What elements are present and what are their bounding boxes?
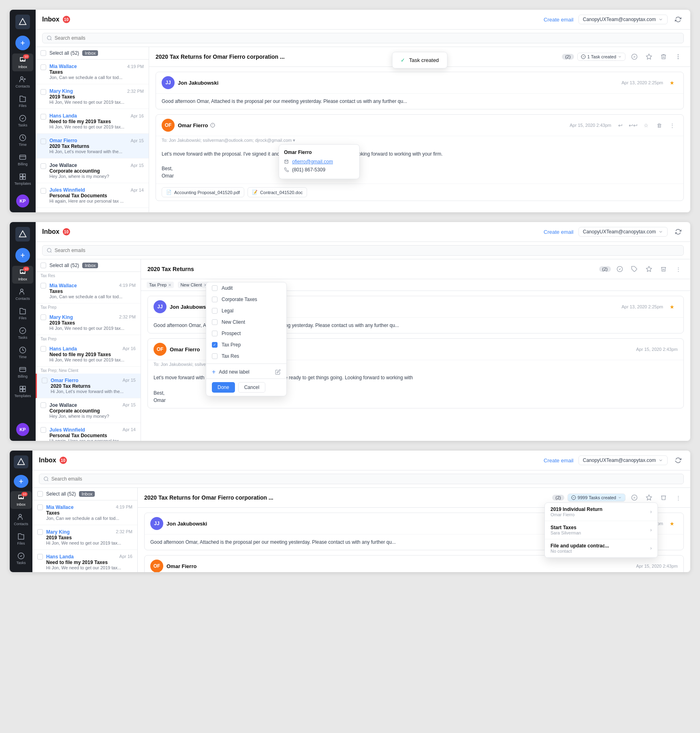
add-button[interactable] [15, 36, 30, 50]
more-message-2[interactable]: ⋮ [666, 120, 678, 131]
delete-button-2[interactable] [658, 263, 669, 275]
sidebar-item-billing-2[interactable]: Billing [12, 363, 33, 381]
sidebar-item-templates[interactable]: Templates [12, 170, 33, 188]
add-new-label[interactable]: + Add new label [206, 365, 286, 378]
star-button-2[interactable] [643, 263, 655, 275]
refresh-button[interactable] [672, 14, 684, 25]
search-input-wrap[interactable] [42, 33, 684, 43]
more-button[interactable] [672, 51, 684, 62]
star-button-3[interactable] [643, 492, 655, 503]
select-all-checkbox[interactable] [41, 50, 46, 56]
create-email-button-3[interactable]: Create email [544, 457, 574, 464]
sidebar-item-files-3[interactable]: Files [11, 530, 32, 548]
sidebar-item-tasks-2[interactable]: Tasks [12, 324, 33, 342]
user-avatar[interactable]: KP [16, 194, 29, 207]
sidebar-item-inbox-3[interactable]: 10 Inbox [11, 491, 32, 509]
sidebar-item-inbox-2[interactable]: 10 Inbox [12, 266, 33, 284]
star-message-1[interactable]: ★ [666, 77, 678, 88]
label-footer: Done Cancel [206, 378, 286, 396]
done-button[interactable]: Done [212, 382, 235, 393]
app-logo-2 [15, 227, 30, 241]
user-avatar-2[interactable]: KP [16, 423, 29, 436]
star-2a[interactable]: ★ [666, 301, 678, 312]
list-item[interactable]: Joe Wallace Apr 15 Corporate accounting … [36, 398, 141, 423]
more-button-2[interactable]: ⋮ [672, 263, 684, 275]
sidebar-item-contacts-2[interactable]: Contacts [12, 285, 33, 303]
check-button[interactable] [629, 51, 640, 62]
more-button-3[interactable]: ⋮ [672, 492, 684, 503]
email-item-4[interactable]: Joe Wallace Apr 15 Corporate accounting … [36, 158, 149, 183]
create-email-button[interactable]: Create email [544, 17, 574, 23]
sidebar-item-tasks-3[interactable]: Tasks [11, 549, 32, 567]
search-input-3[interactable] [51, 476, 679, 482]
add-button-2[interactable] [15, 248, 30, 263]
label-item-audit[interactable]: Audit [206, 282, 286, 294]
email-account-selector-2[interactable]: CanopyUXTeam@canopytax.com [578, 227, 668, 237]
sidebar-item-billing[interactable]: Billing [12, 151, 33, 169]
email-account-selector[interactable]: CanopyUXTeam@canopytax.com [578, 15, 668, 24]
reply-icon[interactable]: ↩ [615, 120, 626, 131]
contact-email[interactable]: ofierro@gmail.com [284, 158, 354, 166]
inbox-folder-badge[interactable]: Inbox [82, 50, 98, 56]
sidebar-item-files-2[interactable]: Files [12, 305, 33, 323]
email-from-0: Mia Wallace [49, 64, 77, 69]
task-item-2[interactable]: File and update contrac... No contact › [545, 539, 657, 558]
list-item[interactable]: Mia Wallace 4:19 PM Taxes Jon, Can we sc… [36, 279, 141, 303]
email-subject-title: 2020 Tax Returns for Omar Fierro corpora… [156, 53, 559, 60]
label-item-corp-taxes[interactable]: Corporate Taxes [206, 294, 286, 305]
list-item[interactable]: Mary King 2:32 PM 2019 Taxes Hi Jon, We … [36, 310, 141, 335]
attachment-doc[interactable]: 📝 Contract_041520.doc [248, 187, 307, 197]
attachment-pdf[interactable]: 📄 Accounting Proposal_041520.pdf [162, 187, 244, 197]
list-item[interactable]: Mary King 2:32 PM 2019 Taxes Hi Jon, We … [32, 525, 137, 550]
delete-button-3[interactable] [658, 492, 669, 503]
sidebar-item-files[interactable]: Files [12, 92, 33, 110]
sidebar-item-tasks[interactable]: Tasks [12, 112, 33, 130]
star-message-2[interactable]: ☆ [640, 120, 652, 131]
star-button[interactable] [643, 51, 655, 62]
svg-marker-49 [646, 495, 651, 500]
email-account-selector-3[interactable]: CanopyUXTeam@canopytax.com [578, 455, 668, 465]
remove-tag-tax-prep[interactable]: ✕ [168, 283, 171, 287]
content-area-3: Select all (52) Inbox Mia Wallace 4:19 P… [32, 488, 690, 572]
label-button-2[interactable] [629, 263, 640, 275]
sidebar-item-time-2[interactable]: Time [12, 344, 33, 361]
star-3a[interactable]: ★ [666, 518, 678, 529]
email-item-3[interactable]: Omar Fierro Apr 15 2020 Tax Returns Hi J… [36, 134, 149, 158]
delete-button[interactable] [658, 51, 669, 62]
list-item[interactable]: Hans Landa Apr 16 Need to file my 2019 T… [32, 550, 137, 572]
label-item-prospect[interactable]: Prospect [206, 328, 286, 339]
email-item-0[interactable]: Mia Wallace 4:19 PM Taxes Jon, Can we sc… [36, 60, 149, 84]
refresh-button-3[interactable] [672, 455, 684, 466]
list-item[interactable]: Mia Wallace 4:19 PM Taxes Jon, Can we sc… [32, 500, 137, 525]
label-item-tax-res[interactable]: Tax Res [206, 350, 286, 362]
list-item[interactable]: Jules Winnfield Apr 14 Personal Tax Docu… [36, 423, 141, 441]
sidebar-item-templates-2[interactable]: Templates [12, 383, 33, 400]
email-item-1[interactable]: Mary King 2:32 PM 2019 Taxes Hi Jon, We … [36, 84, 149, 109]
search-input[interactable] [55, 35, 679, 41]
task-count-badge[interactable]: 1 Task created [577, 53, 625, 61]
list-item[interactable]: Hans Landa Apr 16 Need to file my 2019 T… [36, 342, 141, 367]
task-count-badge-3[interactable]: 9999 Tasks created [568, 494, 625, 502]
check-button-3[interactable] [629, 492, 640, 503]
delete-message-2[interactable]: 🗑 [653, 120, 665, 131]
sidebar-item-contacts-3[interactable]: Contacts [11, 511, 32, 528]
cancel-button[interactable]: Cancel [238, 382, 265, 393]
email-item-2[interactable]: Hans Landa Apr 16 Need to file my 2019 T… [36, 109, 149, 134]
sidebar-item-time[interactable]: Time [12, 131, 33, 149]
label-item-new-client[interactable]: New Client [206, 316, 286, 328]
sidebar-item-inbox[interactable]: 10 Inbox [12, 53, 33, 71]
refresh-button-2[interactable] [672, 226, 684, 237]
label-item-tax-prep[interactable]: ✓ Tax Prep [206, 339, 286, 350]
reply-all-icon[interactable]: ↩↩ [627, 120, 639, 131]
email-item-5[interactable]: Jules Winnfield Apr 14 Personal Tax Docu… [36, 183, 149, 208]
list-item[interactable]: Omar Fierro Apr 15 2020 Tax Returns Hi J… [36, 374, 141, 398]
task-item-0[interactable]: 2019 Individual Return Omar Fierro › [545, 503, 657, 521]
add-button-3[interactable] [14, 475, 28, 488]
task-item-1[interactable]: Start Taxes Sara Silverman › [545, 521, 657, 539]
search-input-2[interactable] [55, 248, 679, 253]
check-button-2[interactable] [614, 263, 625, 275]
label-item-legal[interactable]: Legal [206, 305, 286, 316]
sidebar-item-contacts[interactable]: Contacts [12, 73, 33, 91]
email-item-6[interactable]: Jules Winnfield Apr 14 Business Tax Docu… [36, 208, 149, 212]
create-email-button-2[interactable]: Create email [544, 229, 574, 235]
